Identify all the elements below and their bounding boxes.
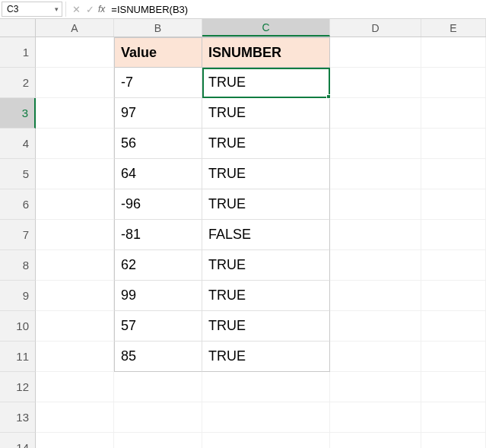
cell-A14[interactable]: [36, 433, 114, 448]
column-header-a[interactable]: A: [36, 19, 114, 37]
cell-C5[interactable]: TRUE: [202, 159, 330, 189]
cell-C4[interactable]: TRUE: [202, 129, 330, 159]
cell-A6[interactable]: [36, 189, 114, 220]
cell-C2[interactable]: TRUE: [202, 68, 330, 98]
table-row: -7TRUE: [36, 68, 486, 98]
cell-A8[interactable]: [36, 250, 114, 281]
cell-B10[interactable]: 57: [114, 311, 202, 342]
cell-A7[interactable]: [36, 220, 114, 250]
row-header-6[interactable]: 6: [0, 189, 36, 220]
cell-B7[interactable]: -81: [114, 220, 202, 250]
cell-B6[interactable]: -96: [114, 189, 202, 220]
cell-E7[interactable]: [421, 220, 486, 250]
row-header-10[interactable]: 10: [0, 311, 36, 342]
cell-C1[interactable]: ISNUMBER: [202, 37, 330, 68]
cell-E3[interactable]: [421, 98, 486, 129]
column-header-c[interactable]: C: [202, 19, 330, 37]
cell-D5[interactable]: [330, 159, 421, 189]
cell-B14[interactable]: [114, 433, 202, 448]
cell-D8[interactable]: [330, 250, 421, 281]
row-header-8[interactable]: 8: [0, 250, 36, 281]
cell-E11[interactable]: [421, 342, 486, 372]
cell-E5[interactable]: [421, 159, 486, 189]
cancel-formula-icon[interactable]: ✕: [69, 2, 83, 17]
accept-formula-icon[interactable]: ✓: [83, 2, 97, 17]
cell-C10[interactable]: TRUE: [202, 311, 330, 342]
row-header-14[interactable]: 14: [0, 433, 36, 448]
cell-A13[interactable]: [36, 402, 114, 433]
cell-D10[interactable]: [330, 311, 421, 342]
row-header-3[interactable]: 3: [0, 98, 36, 129]
cell-A4[interactable]: [36, 129, 114, 159]
cell-B5[interactable]: 64: [114, 159, 202, 189]
cell-D12[interactable]: [330, 372, 421, 402]
column-header-d[interactable]: D: [330, 19, 421, 37]
cell-B13[interactable]: [114, 402, 202, 433]
cell-E10[interactable]: [421, 311, 486, 342]
row-header-7[interactable]: 7: [0, 220, 36, 250]
cell-B9[interactable]: 99: [114, 281, 202, 311]
cell-A11[interactable]: [36, 342, 114, 372]
cell-C6[interactable]: TRUE: [202, 189, 330, 220]
cell-A3[interactable]: [36, 98, 114, 129]
cell-E8[interactable]: [421, 250, 486, 281]
row-header-11[interactable]: 11: [0, 342, 36, 372]
cell-C7[interactable]: FALSE: [202, 220, 330, 250]
cell-D7[interactable]: [330, 220, 421, 250]
cell-B1[interactable]: Value: [114, 37, 202, 68]
table-row: 97TRUE: [36, 98, 486, 129]
cells-grid[interactable]: ValueISNUMBER-7TRUE97TRUE56TRUE64TRUE-96…: [36, 37, 486, 448]
row-header-12[interactable]: 12: [0, 372, 36, 402]
cell-D2[interactable]: [330, 68, 421, 98]
cell-B12[interactable]: [114, 372, 202, 402]
cell-B8[interactable]: 62: [114, 250, 202, 281]
row-header-13[interactable]: 13: [0, 402, 36, 433]
cell-C8[interactable]: TRUE: [202, 250, 330, 281]
cell-B4[interactable]: 56: [114, 129, 202, 159]
cell-E14[interactable]: [421, 433, 486, 448]
cell-E12[interactable]: [421, 372, 486, 402]
cell-D6[interactable]: [330, 189, 421, 220]
cell-A1[interactable]: [36, 37, 114, 68]
cell-C3[interactable]: TRUE: [202, 98, 330, 129]
cell-E13[interactable]: [421, 402, 486, 433]
cell-D11[interactable]: [330, 342, 421, 372]
fx-icon[interactable]: fx: [98, 4, 105, 14]
spreadsheet-grid: A B C D E 1234567891011121314 ValueISNUM…: [0, 19, 486, 448]
formula-input[interactable]: [108, 2, 486, 17]
cell-A5[interactable]: [36, 159, 114, 189]
cell-D9[interactable]: [330, 281, 421, 311]
cell-C13[interactable]: [202, 402, 330, 433]
cell-B11[interactable]: 85: [114, 342, 202, 372]
row-header-5[interactable]: 5: [0, 159, 36, 189]
cell-A2[interactable]: [36, 68, 114, 98]
cell-D3[interactable]: [330, 98, 421, 129]
cell-A9[interactable]: [36, 281, 114, 311]
column-header-b[interactable]: B: [114, 19, 202, 37]
cell-C12[interactable]: [202, 372, 330, 402]
cell-D4[interactable]: [330, 129, 421, 159]
cell-D13[interactable]: [330, 402, 421, 433]
cell-D14[interactable]: [330, 433, 421, 448]
select-all-corner[interactable]: [0, 19, 36, 37]
row-header-1[interactable]: 1: [0, 37, 36, 68]
cell-E2[interactable]: [421, 68, 486, 98]
cell-B3[interactable]: 97: [114, 98, 202, 129]
row-header-2[interactable]: 2: [0, 68, 36, 98]
cell-E1[interactable]: [421, 37, 486, 68]
cell-E6[interactable]: [421, 189, 486, 220]
chevron-down-icon[interactable]: ▾: [55, 5, 59, 13]
row-header-4[interactable]: 4: [0, 129, 36, 159]
cell-D1[interactable]: [330, 37, 421, 68]
name-box[interactable]: C3 ▾: [2, 2, 62, 17]
cell-A10[interactable]: [36, 311, 114, 342]
cell-C9[interactable]: TRUE: [202, 281, 330, 311]
cell-E9[interactable]: [421, 281, 486, 311]
column-header-e[interactable]: E: [421, 19, 486, 37]
cell-A12[interactable]: [36, 372, 114, 402]
cell-B2[interactable]: -7: [114, 68, 202, 98]
cell-E4[interactable]: [421, 129, 486, 159]
cell-C11[interactable]: TRUE: [202, 342, 330, 372]
cell-C14[interactable]: [202, 433, 330, 448]
row-header-9[interactable]: 9: [0, 281, 36, 311]
